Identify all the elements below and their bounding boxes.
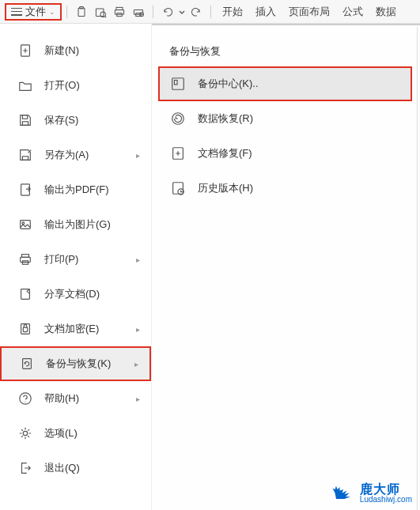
backup-icon: [19, 356, 35, 372]
file-menu-panel: 新建(N) 打开(O) 保存(S) 另存为(A) ▸ 输出为PDF(F) 输出为…: [0, 24, 152, 510]
save-icon: [17, 112, 33, 128]
svg-rect-12: [22, 122, 28, 126]
share-icon: [17, 286, 33, 302]
svg-rect-11: [22, 115, 27, 119]
submenu-history[interactable]: 历史版本(H): [152, 171, 420, 206]
redo-icon[interactable]: [187, 2, 206, 21]
menu-label: 备份与恢复(K): [46, 357, 134, 371]
svg-rect-5: [115, 9, 123, 14]
recovery-icon: [169, 110, 187, 127]
chevron-right-icon: ▸: [136, 395, 140, 403]
svg-point-26: [23, 431, 27, 435]
gear-icon: [17, 425, 33, 441]
svg-rect-15: [21, 221, 31, 229]
menu-backup-restore[interactable]: 备份与恢复(K) ▸: [0, 346, 151, 381]
open-icon: [17, 77, 33, 93]
svg-rect-22: [23, 327, 27, 331]
svg-rect-14: [21, 184, 30, 195]
menu-label: 打开(O): [44, 78, 140, 93]
menu-encrypt[interactable]: 文档加密(E) ▸: [0, 312, 151, 346]
ribbon-tabs: 开始 插入 页面布局 公式 数据: [222, 5, 396, 19]
submenu-panel: 备份与恢复 备份中心(K).. 数据恢复(R) 文档修复(F) 历史版本(H): [152, 24, 420, 510]
svg-rect-0: [78, 8, 85, 16]
watermark-cn: 鹿大师: [360, 483, 412, 496]
svg-rect-21: [21, 324, 30, 334]
chevron-right-icon: ▸: [136, 151, 140, 160]
tab-home[interactable]: 开始: [222, 5, 243, 19]
menu-save[interactable]: 保存(S): [0, 103, 151, 138]
paste-icon[interactable]: [72, 2, 91, 21]
separator: [153, 6, 153, 18]
menu-label: 退出(Q): [44, 461, 140, 475]
svg-point-16: [22, 222, 25, 225]
svg-rect-2: [96, 9, 104, 17]
submenu-title: 备份与恢复: [152, 44, 420, 66]
print-icon: [17, 251, 33, 267]
file-label: 文件: [25, 5, 46, 19]
watermark: 鹿大师 Ludashiwj.com: [331, 482, 412, 504]
submenu-label: 文档修复(F): [198, 146, 252, 161]
menu-save-as[interactable]: 另存为(A) ▸: [0, 138, 151, 172]
print-icon[interactable]: [110, 2, 129, 21]
new-icon: [17, 43, 33, 59]
chevron-down-icon: ⌄: [49, 8, 55, 16]
submenu-doc-repair[interactable]: 文档修复(F): [152, 136, 420, 171]
exit-icon: [17, 460, 33, 476]
repair-icon: [169, 145, 187, 162]
menu-label: 打印(P): [44, 252, 136, 266]
menu-exit[interactable]: 退出(Q): [0, 451, 151, 485]
submenu-data-recovery[interactable]: 数据恢复(R): [152, 101, 420, 136]
image-icon: [17, 217, 33, 232]
menu-new[interactable]: 新建(N): [0, 33, 151, 68]
tab-formula[interactable]: 公式: [342, 5, 363, 19]
undo-dropdown-icon[interactable]: [177, 2, 187, 21]
menu-help[interactable]: 帮助(H) ▸: [0, 381, 151, 416]
svg-rect-23: [23, 359, 32, 369]
menu-share[interactable]: 分享文档(D): [0, 277, 151, 312]
separator: [66, 6, 67, 18]
menu-label: 新建(N): [44, 43, 140, 58]
tab-insert[interactable]: 插入: [255, 5, 276, 19]
submenu-backup-center[interactable]: 备份中心(K)..: [158, 66, 412, 101]
menu-export-image[interactable]: 输出为图片(G): [0, 207, 151, 242]
undo-icon[interactable]: [158, 2, 177, 21]
menu-export-pdf[interactable]: 输出为PDF(F): [0, 172, 151, 207]
menu-label: 另存为(A): [44, 148, 136, 162]
svg-rect-13: [22, 157, 28, 161]
svg-point-25: [25, 402, 25, 402]
pdf-icon: [17, 182, 33, 198]
menu-label: 输出为PDF(F): [44, 183, 140, 197]
svg-rect-28: [174, 80, 177, 84]
preview-icon[interactable]: [91, 2, 110, 21]
svg-rect-18: [21, 257, 31, 262]
hamburger-icon: [11, 8, 22, 16]
menu-label: 帮助(H): [44, 391, 136, 406]
lock-icon: [17, 321, 33, 337]
submenu-label: 历史版本(H): [198, 181, 253, 195]
file-menu-button[interactable]: 文件 ⌄: [5, 3, 62, 21]
menu-label: 输出为图片(G): [44, 217, 140, 232]
menu-label: 分享文档(D): [44, 287, 140, 301]
print-preview-icon[interactable]: [129, 2, 148, 21]
menu-label: 保存(S): [44, 113, 140, 127]
tab-data[interactable]: 数据: [376, 5, 396, 19]
separator: [210, 6, 211, 18]
menu-label: 选项(L): [44, 426, 140, 440]
tab-page-layout[interactable]: 页面布局: [289, 5, 330, 19]
submenu-label: 数据恢复(R): [198, 111, 253, 126]
history-icon: [169, 179, 187, 197]
right-edge: [417, 27, 420, 510]
submenu-label: 备份中心(K)..: [198, 77, 259, 91]
chevron-right-icon: ▸: [134, 360, 138, 368]
menu-label: 文档加密(E): [44, 322, 136, 336]
chevron-right-icon: ▸: [136, 255, 140, 264]
chevron-right-icon: ▸: [136, 325, 140, 334]
backup-center-icon: [169, 75, 187, 93]
toolbar: 文件 ⌄ 开始 插入 页面布局 公式 数据: [0, 0, 420, 24]
help-icon: [17, 391, 33, 406]
menu-options[interactable]: 选项(L): [0, 416, 151, 451]
menu-print[interactable]: 打印(P) ▸: [0, 242, 151, 277]
deer-logo-icon: [331, 482, 355, 504]
save-as-icon: [17, 147, 33, 163]
menu-open[interactable]: 打开(O): [0, 68, 151, 103]
